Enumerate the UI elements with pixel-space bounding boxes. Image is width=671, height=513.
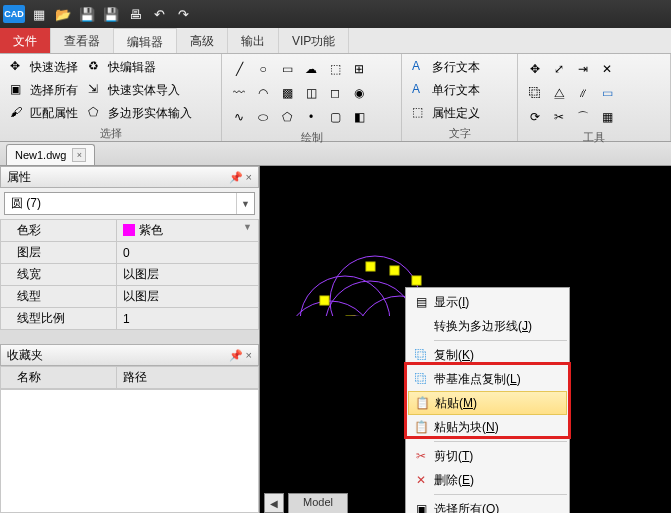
pin-icon[interactable]: 📌 × bbox=[229, 171, 252, 184]
ctx-to-polyline[interactable]: 转换为多边形线(J) bbox=[408, 314, 567, 338]
table-row: 色彩紫色▼ bbox=[1, 220, 259, 242]
select-all-icon: ▣ bbox=[10, 82, 26, 98]
layout-arrow-icon[interactable]: ◀ bbox=[264, 493, 284, 513]
model-tab[interactable]: Model bbox=[288, 493, 348, 513]
separator bbox=[434, 494, 567, 495]
arc-icon[interactable]: ◠ bbox=[252, 82, 274, 104]
scale-icon[interactable]: ⤢ bbox=[548, 58, 570, 80]
spline-icon[interactable]: ∿ bbox=[228, 106, 250, 128]
ellipse-icon[interactable]: ⬭ bbox=[252, 106, 274, 128]
new-icon[interactable]: ▦ bbox=[29, 4, 49, 24]
menu-viewer[interactable]: 查看器 bbox=[51, 28, 114, 53]
hatch-icon[interactable]: ▩ bbox=[276, 82, 298, 104]
favorites-table: 名称 路径 bbox=[0, 366, 259, 389]
stext-button[interactable]: A单行文本 bbox=[408, 79, 484, 101]
attdef-icon: ⬚ bbox=[412, 105, 428, 121]
close-icon[interactable]: × bbox=[72, 148, 86, 162]
pin-icon[interactable]: 📌 × bbox=[229, 349, 252, 362]
layer-cell[interactable]: 0 bbox=[117, 242, 259, 264]
brush-icon: 🖌 bbox=[10, 105, 26, 121]
block-insert-icon[interactable]: ⬚ bbox=[324, 58, 346, 80]
svg-rect-10 bbox=[320, 296, 329, 305]
polygon-solid-input-button[interactable]: ⬠多边形实体输入 bbox=[84, 102, 196, 124]
table-row: 线型比例1 bbox=[1, 308, 259, 330]
quick-edit-button[interactable]: ♻快编辑器 bbox=[84, 56, 196, 78]
ribbon: ✥快速选择 ▣选择所有 🖌匹配属性 ♻快编辑器 ⇲快速实体导入 ⬠多边形实体输入… bbox=[0, 54, 671, 142]
boundary-icon[interactable]: ▢ bbox=[324, 106, 346, 128]
favorites-header: 收藏夹 📌 × bbox=[0, 344, 259, 366]
cursor-plus-icon: ✥ bbox=[10, 59, 26, 75]
solid-import-button[interactable]: ⇲快速实体导入 bbox=[84, 79, 196, 101]
separator bbox=[434, 441, 567, 442]
select-all-button[interactable]: ▣选择所有 bbox=[6, 79, 82, 101]
table-row: 线宽以图层 bbox=[1, 264, 259, 286]
extend-icon[interactable]: ⇥ bbox=[572, 58, 594, 80]
cloud-icon[interactable]: ☁ bbox=[300, 58, 322, 80]
open-icon[interactable]: 📂 bbox=[53, 4, 73, 24]
quick-select-button[interactable]: ✥快速选择 bbox=[6, 56, 82, 78]
rectangle-icon[interactable]: ▭ bbox=[276, 58, 298, 80]
ctx-cut[interactable]: ✂ 剪切(T) bbox=[408, 444, 567, 468]
saveas-icon[interactable]: 💾 bbox=[101, 4, 121, 24]
fillet-icon[interactable]: ⌒ bbox=[572, 106, 594, 128]
marquee-icon[interactable]: ▭ bbox=[596, 82, 618, 104]
svg-point-4 bbox=[300, 276, 390, 316]
ctx-delete[interactable]: ✕ 删除(E) bbox=[408, 468, 567, 492]
chevron-down-icon[interactable]: ▼ bbox=[236, 193, 254, 214]
menu-advanced[interactable]: 高级 bbox=[177, 28, 228, 53]
ctx-select-all[interactable]: ▣ 选择所有(O) bbox=[408, 497, 567, 513]
undo-icon[interactable]: ↶ bbox=[149, 4, 169, 24]
ribbon-group-label: 选择 bbox=[6, 124, 215, 143]
trim-icon[interactable]: ✂ bbox=[548, 106, 570, 128]
rotate-icon[interactable]: ⟳ bbox=[524, 106, 546, 128]
object-type-value: 圆 (7) bbox=[5, 193, 236, 214]
app-logo: CAD bbox=[3, 5, 25, 23]
object-type-select[interactable]: 圆 (7) ▼ bbox=[4, 192, 255, 215]
ltscale-cell[interactable]: 1 bbox=[117, 308, 259, 330]
array-icon[interactable]: ▦ bbox=[596, 106, 618, 128]
fav-col-path[interactable]: 路径 bbox=[117, 367, 259, 389]
table-icon[interactable]: ⊞ bbox=[348, 58, 370, 80]
svg-rect-7 bbox=[366, 262, 375, 271]
menu-output[interactable]: 输出 bbox=[228, 28, 279, 53]
save-icon[interactable]: 💾 bbox=[77, 4, 97, 24]
fav-col-name[interactable]: 名称 bbox=[1, 367, 117, 389]
file-tab-label: New1.dwg bbox=[15, 149, 66, 161]
menu-vip[interactable]: VIP功能 bbox=[279, 28, 349, 53]
ctx-copy[interactable]: ⿻ 复制(K) bbox=[408, 343, 567, 367]
move-icon[interactable]: ✥ bbox=[524, 58, 546, 80]
properties-header: 属性 📌 × bbox=[0, 166, 259, 188]
lineweight-cell[interactable]: 以图层 bbox=[117, 264, 259, 286]
favorites-list[interactable] bbox=[0, 389, 259, 513]
ctx-display[interactable]: ▤ 显示(I) bbox=[408, 290, 567, 314]
file-tab[interactable]: New1.dwg × bbox=[6, 144, 95, 165]
donut-icon[interactable]: ◉ bbox=[348, 82, 370, 104]
mtext-button[interactable]: A多行文本 bbox=[408, 56, 484, 78]
polyline-icon[interactable]: 〰 bbox=[228, 82, 250, 104]
import-icon: ⇲ bbox=[88, 82, 104, 98]
wipeout-icon[interactable]: ◧ bbox=[348, 106, 370, 128]
linetype-cell[interactable]: 以图层 bbox=[117, 286, 259, 308]
menu-editor[interactable]: 编辑器 bbox=[114, 28, 177, 53]
ctx-paste-block[interactable]: 📋 粘贴为块(N) bbox=[408, 415, 567, 439]
offset-icon[interactable]: ⫽ bbox=[572, 82, 594, 104]
circle-icon[interactable]: ○ bbox=[252, 58, 274, 80]
color-cell[interactable]: 紫色▼ bbox=[117, 220, 259, 242]
print-icon[interactable]: 🖶 bbox=[125, 4, 145, 24]
point-icon[interactable]: • bbox=[300, 106, 322, 128]
redo-icon[interactable]: ↷ bbox=[173, 4, 193, 24]
polygon-draw-icon[interactable]: ⬠ bbox=[276, 106, 298, 128]
block-create-icon[interactable]: ◻ bbox=[324, 82, 346, 104]
match-properties-button[interactable]: 🖌匹配属性 bbox=[6, 102, 82, 124]
erase-icon[interactable]: ✕ bbox=[596, 58, 618, 80]
ribbon-group-label: 工具 bbox=[524, 128, 664, 147]
copy-tool-icon[interactable]: ⿻ bbox=[524, 82, 546, 104]
ctx-paste[interactable]: 📋 粘贴(M) bbox=[408, 391, 567, 415]
mirror-icon[interactable]: ⧋ bbox=[548, 82, 570, 104]
ctx-copy-base[interactable]: ⿻ 带基准点复制(L) bbox=[408, 367, 567, 391]
line-icon[interactable]: ╱ bbox=[228, 58, 250, 80]
menu-file[interactable]: 文件 bbox=[0, 28, 51, 53]
attdef-button[interactable]: ⬚属性定义 bbox=[408, 102, 484, 124]
copy-icon: ⿻ bbox=[415, 348, 427, 362]
region-icon[interactable]: ◫ bbox=[300, 82, 322, 104]
